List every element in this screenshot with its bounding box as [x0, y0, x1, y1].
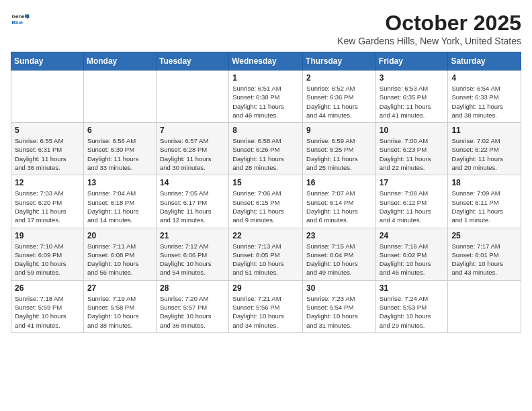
calendar-cell: 23Sunrise: 7:15 AM Sunset: 6:04 PM Dayli… — [303, 228, 376, 280]
day-number: 17 — [380, 178, 445, 187]
day-number: 20 — [87, 231, 152, 240]
day-number: 30 — [306, 283, 372, 293]
day-info: Sunrise: 6:54 AM Sunset: 6:33 PM Dayligh… — [451, 84, 517, 120]
weekday-header-tuesday: Tuesday — [156, 52, 228, 71]
calendar-cell: 1Sunrise: 6:51 AM Sunset: 6:38 PM Daylig… — [229, 71, 303, 123]
calendar-cell: 7Sunrise: 6:57 AM Sunset: 6:28 PM Daylig… — [156, 123, 228, 175]
calendar-cell: 10Sunrise: 7:00 AM Sunset: 6:23 PM Dayli… — [375, 123, 448, 175]
weekday-header-wednesday: Wednesday — [229, 52, 303, 71]
day-number: 11 — [451, 126, 517, 135]
calendar-cell: 2Sunrise: 6:52 AM Sunset: 6:36 PM Daylig… — [303, 71, 376, 123]
weekday-header-friday: Friday — [375, 52, 448, 71]
day-number: 14 — [160, 178, 225, 187]
day-info: Sunrise: 6:56 AM Sunset: 6:30 PM Dayligh… — [87, 136, 152, 172]
calendar-cell: 16Sunrise: 7:07 AM Sunset: 6:14 PM Dayli… — [303, 175, 376, 228]
day-info: Sunrise: 7:18 AM Sunset: 5:59 PM Dayligh… — [15, 294, 80, 330]
day-number: 15 — [232, 178, 299, 187]
day-number: 10 — [380, 126, 445, 135]
day-number: 16 — [306, 178, 372, 187]
weekday-header-sunday: Sunday — [11, 52, 84, 71]
day-number: 1 — [232, 73, 299, 83]
calendar-cell — [83, 71, 156, 123]
day-number: 19 — [15, 231, 80, 240]
day-info: Sunrise: 7:04 AM Sunset: 6:18 PM Dayligh… — [87, 189, 152, 224]
day-info: Sunrise: 7:20 AM Sunset: 5:57 PM Dayligh… — [160, 294, 225, 330]
calendar-week-row: 26Sunrise: 7:18 AM Sunset: 5:59 PM Dayli… — [11, 280, 521, 332]
day-info: Sunrise: 6:53 AM Sunset: 6:35 PM Dayligh… — [380, 84, 445, 120]
weekday-header-monday: Monday — [83, 52, 156, 71]
month-title: October 2025 — [337, 11, 521, 36]
day-number: 24 — [380, 231, 445, 240]
calendar-cell: 12Sunrise: 7:03 AM Sunset: 6:20 PM Dayli… — [11, 175, 84, 228]
calendar-table: SundayMondayTuesdayWednesdayThursdayFrid… — [11, 52, 521, 333]
day-number: 27 — [87, 283, 152, 293]
calendar-week-row: 19Sunrise: 7:10 AM Sunset: 6:09 PM Dayli… — [11, 228, 521, 280]
day-info: Sunrise: 7:00 AM Sunset: 6:23 PM Dayligh… — [380, 136, 445, 172]
day-number: 6 — [87, 126, 152, 135]
day-number: 26 — [15, 283, 80, 293]
calendar-cell: 25Sunrise: 7:17 AM Sunset: 6:01 PM Dayli… — [448, 228, 521, 280]
day-info: Sunrise: 7:21 AM Sunset: 5:56 PM Dayligh… — [232, 294, 299, 330]
day-info: Sunrise: 7:16 AM Sunset: 6:02 PM Dayligh… — [380, 242, 445, 277]
location: Kew Gardens Hills, New York, United Stat… — [337, 36, 521, 46]
day-number: 23 — [306, 231, 372, 240]
day-info: Sunrise: 6:57 AM Sunset: 6:28 PM Dayligh… — [160, 136, 225, 172]
calendar-cell: 24Sunrise: 7:16 AM Sunset: 6:02 PM Dayli… — [375, 228, 448, 280]
day-number: 28 — [160, 283, 225, 293]
day-info: Sunrise: 6:51 AM Sunset: 6:38 PM Dayligh… — [232, 84, 299, 120]
day-number: 25 — [451, 231, 517, 240]
day-number: 8 — [232, 126, 299, 135]
day-number: 13 — [87, 178, 152, 187]
day-info: Sunrise: 7:13 AM Sunset: 6:05 PM Dayligh… — [232, 242, 299, 277]
day-number: 29 — [232, 283, 299, 293]
calendar-week-row: 12Sunrise: 7:03 AM Sunset: 6:20 PM Dayli… — [11, 175, 521, 228]
calendar-cell: 30Sunrise: 7:23 AM Sunset: 5:54 PM Dayli… — [303, 280, 376, 332]
calendar-cell: 27Sunrise: 7:19 AM Sunset: 5:58 PM Dayli… — [83, 280, 156, 332]
day-info: Sunrise: 7:05 AM Sunset: 6:17 PM Dayligh… — [160, 189, 225, 224]
calendar-cell: 15Sunrise: 7:06 AM Sunset: 6:15 PM Dayli… — [229, 175, 303, 228]
day-info: Sunrise: 6:58 AM Sunset: 6:26 PM Dayligh… — [232, 136, 299, 172]
day-info: Sunrise: 6:59 AM Sunset: 6:25 PM Dayligh… — [306, 136, 372, 172]
calendar-cell: 9Sunrise: 6:59 AM Sunset: 6:25 PM Daylig… — [303, 123, 376, 175]
calendar-cell: 29Sunrise: 7:21 AM Sunset: 5:56 PM Dayli… — [229, 280, 303, 332]
calendar-cell: 22Sunrise: 7:13 AM Sunset: 6:05 PM Dayli… — [229, 228, 303, 280]
weekday-header-thursday: Thursday — [303, 52, 376, 71]
day-info: Sunrise: 7:10 AM Sunset: 6:09 PM Dayligh… — [15, 242, 80, 277]
day-number: 21 — [160, 231, 225, 240]
calendar-cell — [448, 280, 521, 332]
logo-icon: General Blue — [11, 11, 30, 30]
day-info: Sunrise: 7:19 AM Sunset: 5:58 PM Dayligh… — [87, 294, 152, 330]
calendar-cell: 31Sunrise: 7:24 AM Sunset: 5:53 PM Dayli… — [375, 280, 448, 332]
calendar-cell — [156, 71, 228, 123]
day-info: Sunrise: 7:08 AM Sunset: 6:12 PM Dayligh… — [380, 189, 445, 224]
day-number: 18 — [451, 178, 517, 187]
logo: General Blue — [11, 11, 32, 30]
calendar-cell: 26Sunrise: 7:18 AM Sunset: 5:59 PM Dayli… — [11, 280, 84, 332]
day-info: Sunrise: 7:06 AM Sunset: 6:15 PM Dayligh… — [232, 189, 299, 224]
calendar-cell: 4Sunrise: 6:54 AM Sunset: 6:33 PM Daylig… — [448, 71, 521, 123]
day-number: 7 — [160, 126, 225, 135]
calendar-cell: 14Sunrise: 7:05 AM Sunset: 6:17 PM Dayli… — [156, 175, 228, 228]
day-number: 31 — [380, 283, 445, 293]
day-number: 2 — [306, 73, 372, 83]
calendar-cell: 28Sunrise: 7:20 AM Sunset: 5:57 PM Dayli… — [156, 280, 228, 332]
day-info: Sunrise: 7:03 AM Sunset: 6:20 PM Dayligh… — [15, 189, 80, 224]
calendar-cell: 20Sunrise: 7:11 AM Sunset: 6:08 PM Dayli… — [83, 228, 156, 280]
day-number: 9 — [306, 126, 372, 135]
calendar-cell: 19Sunrise: 7:10 AM Sunset: 6:09 PM Dayli… — [11, 228, 84, 280]
calendar-cell: 8Sunrise: 6:58 AM Sunset: 6:26 PM Daylig… — [229, 123, 303, 175]
weekday-header-saturday: Saturday — [448, 52, 521, 71]
title-block: October 2025 Kew Gardens Hills, New York… — [337, 11, 521, 46]
calendar-cell: 11Sunrise: 7:02 AM Sunset: 6:22 PM Dayli… — [448, 123, 521, 175]
day-info: Sunrise: 6:55 AM Sunset: 6:31 PM Dayligh… — [15, 136, 80, 172]
calendar-cell: 17Sunrise: 7:08 AM Sunset: 6:12 PM Dayli… — [375, 175, 448, 228]
day-number: 4 — [451, 73, 517, 83]
calendar-cell — [11, 71, 84, 123]
svg-text:Blue: Blue — [11, 19, 23, 26]
day-info: Sunrise: 6:52 AM Sunset: 6:36 PM Dayligh… — [306, 84, 372, 120]
calendar-cell: 6Sunrise: 6:56 AM Sunset: 6:30 PM Daylig… — [83, 123, 156, 175]
calendar-cell: 18Sunrise: 7:09 AM Sunset: 6:11 PM Dayli… — [448, 175, 521, 228]
day-info: Sunrise: 7:15 AM Sunset: 6:04 PM Dayligh… — [306, 242, 372, 277]
day-info: Sunrise: 7:02 AM Sunset: 6:22 PM Dayligh… — [451, 136, 517, 172]
calendar-cell: 3Sunrise: 6:53 AM Sunset: 6:35 PM Daylig… — [375, 71, 448, 123]
